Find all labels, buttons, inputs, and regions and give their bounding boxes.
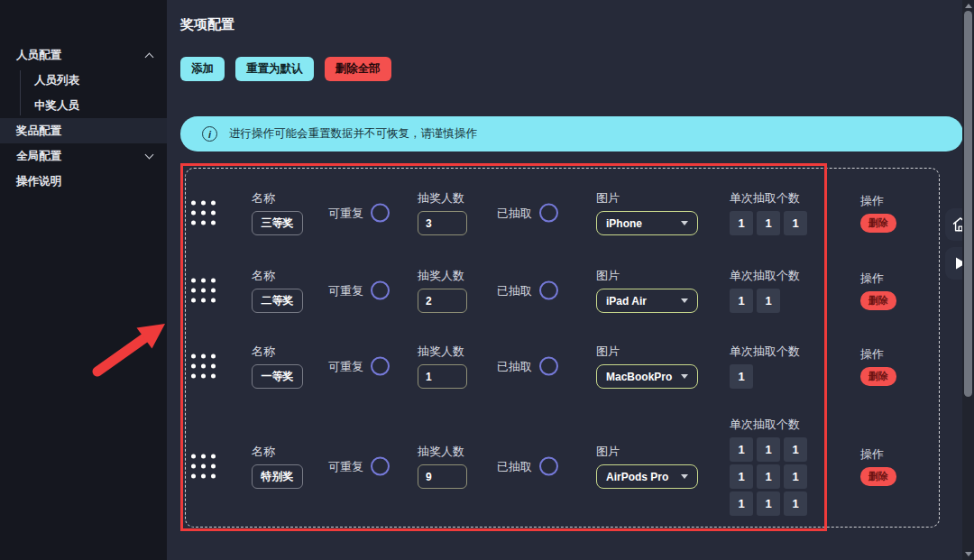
per-draw-label: 单次抽取个数 — [730, 190, 813, 207]
delete-button[interactable]: 删除 — [860, 214, 896, 233]
name-input[interactable] — [252, 464, 303, 489]
name-label: 名称 — [252, 190, 303, 207]
per-draw-box[interactable]: 1 — [784, 211, 807, 235]
scrollbar-thumb[interactable] — [964, 11, 972, 397]
drag-handle-icon[interactable] — [191, 279, 216, 303]
per-draw-box[interactable]: 1 — [757, 491, 780, 516]
delete-all-button[interactable]: 删除全部 — [325, 57, 391, 81]
repeatable-label: 可重复 — [328, 205, 363, 221]
name-input[interactable] — [252, 211, 303, 235]
sidebar-item-global-config[interactable]: 全局配置 — [0, 143, 167, 169]
image-label: 图片 — [596, 344, 698, 360]
drawn-radio[interactable] — [539, 281, 558, 300]
image-label: 图片 — [596, 190, 698, 207]
actions-label: 操作 — [860, 193, 896, 209]
prize-list: 名称 可重复 抽奖人数 已抽取 图片 iPhone — [185, 168, 940, 528]
draw-count-input[interactable] — [418, 364, 467, 389]
sidebar-item-prize-config[interactable]: 奖品配置 — [0, 118, 167, 143]
drawn-radio[interactable] — [539, 357, 558, 376]
drawn-radio[interactable] — [539, 457, 558, 476]
chevron-down-icon — [681, 474, 688, 479]
drawn-label: 已抽取 — [497, 205, 532, 221]
chevron-down-icon — [145, 151, 154, 160]
name-label: 名称 — [252, 344, 303, 360]
sidebar-item-label: 中奖人员 — [34, 99, 79, 112]
per-draw-box[interactable]: 1 — [730, 437, 753, 462]
info-icon: i — [202, 126, 217, 142]
image-select[interactable]: iPhone — [596, 211, 698, 235]
prize-row: 名称 可重复 抽奖人数 已抽取 图片 AirPods Pro — [186, 409, 939, 524]
repeatable-radio[interactable] — [371, 357, 390, 376]
draw-count-input[interactable] — [418, 211, 467, 235]
drawn-label: 已抽取 — [497, 458, 532, 474]
add-button[interactable]: 添加 — [180, 57, 225, 81]
main-content: 奖项配置 添加 重置为默认 删除全部 i 进行操作可能会重置数据并不可恢复，请谨… — [167, 0, 974, 560]
actions-label: 操作 — [860, 271, 896, 287]
name-input[interactable] — [252, 289, 303, 313]
repeatable-label: 可重复 — [328, 458, 363, 474]
per-draw-box[interactable]: 1 — [730, 364, 753, 389]
repeatable-label: 可重复 — [328, 358, 363, 374]
per-draw-box[interactable]: 1 — [784, 437, 807, 462]
chevron-down-icon — [681, 221, 688, 225]
scroll-up-icon[interactable] — [965, 4, 972, 8]
drag-handle-icon[interactable] — [191, 354, 216, 379]
delete-button[interactable]: 删除 — [860, 467, 896, 486]
sidebar-item-personnel-list[interactable]: 人员列表 — [0, 68, 167, 93]
per-draw-box[interactable]: 1 — [757, 464, 780, 489]
image-select[interactable]: MacBookPro — [596, 364, 698, 389]
chevron-up-icon — [145, 53, 154, 62]
vertical-scrollbar[interactable] — [962, 0, 974, 560]
sidebar: 人员配置 人员列表 中奖人员 奖品配置 全局配置 操作说明 — [0, 0, 167, 560]
sidebar-item-instructions[interactable]: 操作说明 — [0, 169, 167, 194]
name-label: 名称 — [252, 268, 303, 284]
sidebar-item-label: 全局配置 — [16, 150, 61, 162]
name-label: 名称 — [252, 444, 303, 460]
drawn-label: 已抽取 — [497, 358, 532, 374]
repeatable-label: 可重复 — [328, 282, 363, 298]
sidebar-item-winners[interactable]: 中奖人员 — [0, 93, 167, 118]
sidebar-item-label: 奖品配置 — [16, 124, 61, 137]
prize-row: 名称 可重复 抽奖人数 已抽取 图片 iPad Air — [186, 255, 939, 326]
image-label: 图片 — [596, 268, 698, 284]
name-input[interactable] — [252, 364, 303, 389]
per-draw-box[interactable]: 1 — [784, 464, 807, 489]
prize-row: 名称 可重复 抽奖人数 已抽取 图片 MacBookPro — [186, 331, 939, 401]
drawn-radio[interactable] — [539, 204, 558, 223]
reset-default-button[interactable]: 重置为默认 — [235, 57, 314, 81]
repeatable-radio[interactable] — [371, 457, 390, 476]
scroll-down-icon[interactable] — [965, 552, 972, 556]
per-draw-box[interactable]: 1 — [757, 289, 780, 313]
per-draw-box[interactable]: 1 — [730, 491, 753, 516]
image-select[interactable]: AirPods Pro — [596, 464, 698, 489]
draw-count-label: 抽奖人数 — [418, 444, 467, 460]
sidebar-item-label: 人员列表 — [34, 74, 79, 87]
prize-row: 名称 可重复 抽奖人数 已抽取 图片 iPhone — [186, 178, 939, 248]
per-draw-box[interactable]: 1 — [784, 491, 807, 516]
sidebar-item-personnel-config[interactable]: 人员配置 — [0, 42, 167, 68]
image-select[interactable]: iPad Air — [596, 289, 698, 313]
drag-handle-icon[interactable] — [191, 201, 216, 225]
image-select-value: AirPods Pro — [606, 471, 681, 483]
image-label: 图片 — [596, 444, 698, 460]
page-title: 奖项配置 — [180, 16, 234, 33]
alert-text: 进行操作可能会重置数据并不可恢复，请谨慎操作 — [229, 126, 477, 142]
drag-handle-icon[interactable] — [191, 454, 216, 479]
repeatable-radio[interactable] — [371, 281, 390, 300]
delete-button[interactable]: 删除 — [860, 291, 896, 310]
per-draw-label: 单次抽取个数 — [730, 268, 813, 284]
repeatable-radio[interactable] — [371, 204, 390, 223]
image-select-value: MacBookPro — [606, 371, 681, 383]
draw-count-input[interactable] — [418, 464, 467, 489]
per-draw-label: 单次抽取个数 — [730, 417, 813, 433]
per-draw-box[interactable]: 1 — [757, 437, 780, 462]
per-draw-box[interactable]: 1 — [757, 211, 780, 235]
draw-count-input[interactable] — [418, 289, 467, 313]
draw-count-label: 抽奖人数 — [418, 190, 467, 207]
per-draw-box[interactable]: 1 — [730, 211, 753, 235]
delete-button[interactable]: 删除 — [860, 367, 896, 386]
sidebar-item-label: 操作说明 — [16, 175, 61, 188]
per-draw-box[interactable]: 1 — [730, 464, 753, 489]
image-select-value: iPad Air — [606, 295, 681, 308]
per-draw-box[interactable]: 1 — [730, 289, 753, 313]
